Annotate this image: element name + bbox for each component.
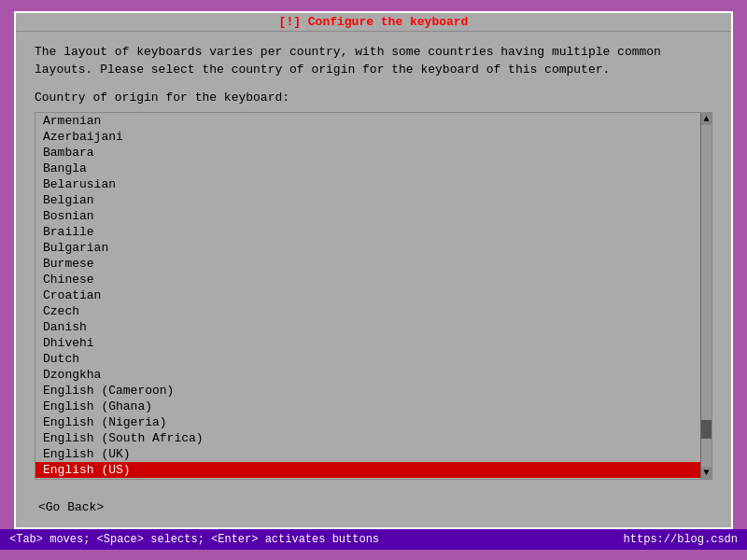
list-item[interactable]: Czech bbox=[35, 303, 700, 319]
configure-keyboard-dialog: [!] Configure the keyboard The layout of… bbox=[14, 11, 733, 529]
scroll-track bbox=[701, 125, 712, 467]
list-item[interactable]: Croatian bbox=[35, 287, 700, 303]
keyboard-list[interactable]: ArmenianAzerbaijaniBambaraBanglaBelarusi… bbox=[35, 113, 700, 479]
description-text: The layout of keyboards varies per count… bbox=[35, 43, 712, 79]
status-bar: <Tab> moves; <Space> selects; <Enter> ac… bbox=[0, 529, 747, 550]
list-item[interactable]: English (US) bbox=[35, 462, 700, 478]
list-item[interactable]: English (Ghana) bbox=[35, 399, 700, 414]
list-item[interactable]: English (Nigeria) bbox=[35, 414, 700, 430]
list-item[interactable]: Chinese bbox=[35, 272, 700, 287]
list-item[interactable]: Dzongkha bbox=[35, 367, 700, 383]
country-label: Country of origin for the keyboard: bbox=[35, 91, 712, 105]
status-right-text: https://blog.csdn bbox=[624, 533, 738, 546]
list-item[interactable]: Belgian bbox=[35, 192, 700, 208]
list-item[interactable]: Armenian bbox=[35, 113, 700, 129]
list-item[interactable]: English (Cameroon) bbox=[35, 383, 700, 399]
buttons-area: <Go Back> bbox=[16, 491, 731, 527]
list-item[interactable]: Dutch bbox=[35, 351, 700, 367]
list-item[interactable]: Dhivehi bbox=[35, 335, 700, 351]
list-item[interactable]: Burmese bbox=[35, 256, 700, 272]
list-item[interactable]: Danish bbox=[35, 319, 700, 335]
scrollbar[interactable]: ▲ ▼ bbox=[700, 113, 712, 479]
dialog-title-bar: [!] Configure the keyboard bbox=[16, 13, 731, 32]
status-left-text: <Tab> moves; <Space> selects; <Enter> ac… bbox=[9, 533, 379, 546]
list-item[interactable]: Bangla bbox=[35, 161, 700, 176]
list-item[interactable]: Bosnian bbox=[35, 208, 700, 224]
list-item[interactable]: Braille bbox=[35, 224, 700, 240]
list-item[interactable]: Azerbaijani bbox=[35, 129, 700, 145]
scroll-up-button[interactable]: ▲ bbox=[701, 113, 712, 125]
list-item[interactable]: English (UK) bbox=[35, 446, 700, 462]
list-item[interactable]: English (South Africa) bbox=[35, 430, 700, 446]
list-item[interactable]: Belarusian bbox=[35, 176, 700, 192]
title-text: [!] Configure the keyboard bbox=[279, 15, 469, 29]
go-back-button[interactable]: <Go Back> bbox=[35, 498, 107, 516]
scroll-down-button[interactable]: ▼ bbox=[701, 467, 712, 479]
list-container: ArmenianAzerbaijaniBambaraBanglaBelarusi… bbox=[35, 112, 712, 480]
list-item[interactable]: Bambara bbox=[35, 145, 700, 161]
content-area: The layout of keyboards varies per count… bbox=[16, 32, 731, 491]
list-item[interactable]: Bulgarian bbox=[35, 240, 700, 256]
scroll-thumb[interactable] bbox=[701, 420, 712, 439]
